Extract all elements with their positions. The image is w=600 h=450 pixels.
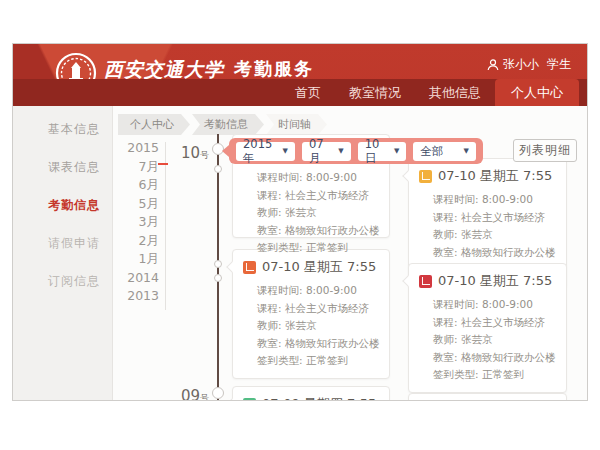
person-icon	[487, 59, 499, 71]
year-nav-separator	[165, 142, 166, 310]
chevron-down-icon: ▼	[338, 147, 343, 155]
course-name: 课程: 社会主义市场经济	[433, 314, 558, 332]
list-detail-button[interactable]: 列表明细	[513, 139, 577, 162]
filter-bar: 2015年 ▼ 07月 ▼ 10日 ▼ 全部 ▼	[229, 138, 483, 164]
card-title: 07-10 星期五 7:55	[438, 167, 552, 185]
nav-item-home[interactable]: 首页	[281, 79, 335, 106]
year-nav-feb[interactable]: 2月	[121, 232, 159, 251]
current-month-tick	[158, 163, 168, 165]
type-dropdown[interactable]: 全部 ▼	[413, 142, 476, 161]
app-window: 西安交通大学 XI'AN JIAO TONG UNIVERSITY 考勤服务 张…	[12, 43, 588, 401]
user-info[interactable]: 张小小 学生	[487, 56, 571, 73]
sidebar-item-leave-request[interactable]: 请假申请	[13, 224, 112, 262]
university-name-zh: 西安交通大学	[104, 58, 224, 80]
course-name: 课程: 社会主义市场经济	[257, 300, 381, 318]
course-time: 课程时间: 8:00-9:00	[257, 169, 381, 187]
breadcrumb-personal-center[interactable]: 个人中心	[118, 114, 190, 135]
timeline-dot	[214, 274, 222, 282]
breadcrumb-attendance-info[interactable]: 考勤信息	[192, 114, 264, 135]
classroom: 教室: 格物致知行政办公楼	[257, 335, 381, 353]
nav-item-personal-center[interactable]: 个人中心	[495, 79, 579, 106]
day-marker-09: 09号	[181, 387, 209, 401]
sidebar-item-basic-info[interactable]: 基本信息	[13, 110, 112, 148]
year-nav-2015[interactable]: 2015	[121, 139, 159, 158]
year-nav-jan[interactable]: 1月	[121, 250, 159, 269]
attendance-stamp-icon	[243, 398, 256, 402]
signin-type: 签到类型: 正常签到	[257, 352, 381, 370]
month-dropdown[interactable]: 07月 ▼	[302, 142, 351, 161]
chevron-down-icon: ▼	[394, 147, 399, 155]
nav-item-other-info[interactable]: 其他信息	[415, 79, 495, 106]
attendance-stamp-icon	[419, 170, 432, 183]
card-title: 07-09 星期四 7:55	[262, 395, 376, 401]
teacher-name: 教师: 张芸京	[257, 204, 381, 222]
sidebar-item-subscription-info[interactable]: 订阅信息	[13, 262, 112, 300]
year-nav-2014[interactable]: 2014	[121, 269, 159, 288]
course-name: 课程: 社会主义市场经济	[257, 187, 381, 205]
year-nav-jun[interactable]: 6月	[121, 176, 159, 195]
sidebar-item-schedule-info[interactable]: 课表信息	[13, 148, 112, 186]
day-marker-10: 10号	[181, 144, 209, 162]
timeline-dot	[212, 387, 224, 399]
course-time: 课程时间: 8:00-9:00	[433, 191, 558, 209]
classroom: 教室: 格物致知行政办公楼	[433, 349, 558, 367]
year-nav-may[interactable]: 5月	[121, 195, 159, 214]
timeline-dot	[214, 260, 222, 268]
chevron-down-icon: ▼	[283, 147, 288, 155]
timeline-dot	[214, 165, 222, 173]
signin-type: 签到类型: 正常签到	[433, 366, 558, 384]
attendance-card[interactable]: 07-10 星期五 7:55 课程时间: 8:00-9:00 课程: 社会主义市…	[232, 249, 390, 379]
year-nav-jul[interactable]: 7月	[121, 158, 159, 177]
year-dropdown[interactable]: 2015年 ▼	[236, 142, 295, 161]
course-time: 课程时间: 8:00-9:00	[257, 282, 381, 300]
course-name: 课程: 社会主义市场经济	[433, 209, 558, 227]
sidebar: 基本信息 课表信息 考勤信息 请假申请 订阅信息	[13, 106, 113, 401]
nav-item-classrooms[interactable]: 教室情况	[335, 79, 415, 106]
chevron-down-icon: ▼	[464, 147, 469, 155]
content-area: 个人中心 考勤信息 时间轴 2015 7月 6月 5月 3月 2月 1月 201…	[113, 106, 587, 401]
card-title: 07-10 星期五 7:55	[438, 272, 552, 290]
main-nav: 首页 教室情况 其他信息 个人中心	[13, 79, 587, 106]
year-nav: 2015 7月 6月 5月 3月 2月 1月 2014 2013	[121, 139, 159, 306]
signin-type: 签到类型: 正常签到	[257, 239, 381, 257]
attendance-card[interactable]: 07-10 星期五 7:55 课程时间: 8:00-9:00 课程: 社会主义市…	[408, 263, 567, 393]
breadcrumb: 个人中心 考勤信息 时间轴	[118, 114, 329, 135]
teacher-name: 教师: 张芸京	[433, 331, 558, 349]
breadcrumb-timeline[interactable]: 时间轴	[266, 114, 327, 135]
user-role: 学生	[547, 56, 571, 73]
app-header: 西安交通大学 XI'AN JIAO TONG UNIVERSITY 考勤服务 张…	[13, 44, 587, 106]
teacher-name: 教师: 张芸京	[257, 317, 381, 335]
user-name: 张小小	[503, 56, 539, 73]
year-nav-mar[interactable]: 3月	[121, 213, 159, 232]
teacher-name: 教师: 张芸京	[433, 226, 558, 244]
attendance-card-partial[interactable]	[408, 393, 567, 401]
course-time: 课程时间: 8:00-9:00	[433, 296, 558, 314]
classroom: 教室: 格物致知行政办公楼	[433, 244, 558, 262]
attendance-card[interactable]: 07-09 星期四 7:55	[232, 386, 390, 401]
classroom: 教室: 格物致知行政办公楼	[257, 222, 381, 240]
attendance-stamp-icon	[419, 275, 432, 288]
year-nav-2013[interactable]: 2013	[121, 287, 159, 306]
day-dropdown[interactable]: 10日 ▼	[358, 142, 407, 161]
sidebar-item-attendance-info[interactable]: 考勤信息	[13, 186, 112, 224]
